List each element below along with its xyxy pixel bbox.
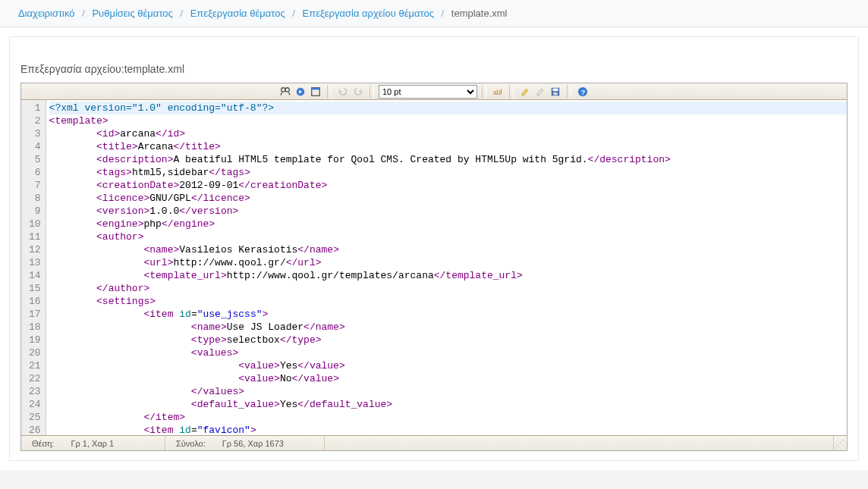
svg-line-2 [281,92,282,95]
fullscreen-icon[interactable] [309,85,322,99]
breadcrumb-sep: / [180,8,183,19]
breadcrumb-sep: / [82,8,85,19]
code-editor: 10 pt ab [20,83,848,451]
find-icon[interactable] [278,85,292,99]
page-title: Επεξεργασία αρχείου:template.xml [20,63,848,75]
svg-point-1 [285,87,289,91]
code-line[interactable]: <type>selectbox</type> [49,334,847,346]
app-root: Διαχειριστικό / Ρυθμίσεις θέματος / Επεξ… [0,0,868,470]
save-icon[interactable] [549,85,562,99]
code-line[interactable]: <item id="favicon"> [49,424,847,435]
code-content[interactable]: <?xml version="1.0" encoding="utf-8"?><t… [46,100,847,435]
code-line[interactable]: <description>A beatiful HTML5 template f… [49,153,847,166]
code-line[interactable]: <default_value>Yes</default_value> [49,398,847,411]
breadcrumb-link[interactable]: Επεξεργασία αρχείου θέματος [303,8,434,19]
svg-line-3 [288,92,290,95]
highlight-icon[interactable] [518,85,532,99]
svg-rect-10 [553,88,558,91]
svg-text:ab: ab [493,88,501,96]
code-line[interactable]: <item id="use_jscss"> [49,308,847,321]
svg-rect-6 [312,87,320,89]
clear-icon[interactable] [533,85,547,99]
code-line[interactable]: <template_url>http://www.qool.gr/templat… [49,269,847,282]
code-line[interactable]: </author> [49,282,847,295]
status-total-value: Γρ 56, Χαρ 1673 [222,439,284,448]
code-line[interactable]: <tags>html5,sidebar</tags> [49,166,847,179]
status-pos-label: Θέση: [32,439,54,448]
code-line[interactable]: <url>http://www.qool.gr/</url> [49,256,847,269]
code-line[interactable]: <name>Vasileios Kerasiotis</name> [49,243,847,256]
code-line[interactable]: <title>Arcana</title> [49,140,847,153]
code-line[interactable]: <template> [49,114,847,127]
code-line[interactable]: <?xml version="1.0" encoding="utf-8"?> [49,102,847,114]
breadcrumb-link[interactable]: Διαχειριστικό [18,8,75,19]
breadcrumb: Διαχειριστικό / Ρυθμίσεις θέματος / Επεξ… [0,0,868,27]
svg-point-0 [281,87,285,91]
code-line[interactable]: <version>1.0.0</version> [49,205,847,218]
code-line[interactable]: <licence>GNU/GPL</licence> [49,192,847,205]
content-inner: Επεξεργασία αρχείου:template.xml [9,36,859,461]
status-total-label: Σύνολο: [176,439,206,448]
breadcrumb-current: template.xml [451,8,508,19]
code-line[interactable]: <creationDate>2012-09-01</creationDate> [49,179,847,192]
code-line[interactable]: <id>arcana</id> [49,127,847,140]
undo-icon[interactable] [336,85,350,99]
resize-grip-icon[interactable]: ⋰ [834,438,847,448]
redo-icon[interactable] [351,85,365,99]
breadcrumb-link[interactable]: Ρυθμίσεις θέματος [92,8,172,19]
help-icon[interactable]: ? [576,85,590,99]
code-line[interactable]: <author> [49,230,847,243]
line-gutter: 1234567891011121314151617181920212223242… [21,100,46,435]
code-line[interactable]: <value>Yes</value> [49,359,847,372]
content-outer: Επεξεργασία αρχείου:template.xml [0,27,868,470]
code-line[interactable]: <engine>php</engine> [49,218,847,230]
wrap-icon[interactable]: ab [491,85,505,99]
font-size-select[interactable]: 10 pt [379,85,477,99]
breadcrumb-sep: / [442,8,445,19]
code-line[interactable]: <settings> [49,295,847,308]
svg-rect-11 [553,92,557,95]
goto-icon[interactable] [294,85,307,99]
status-pos-value: Γρ 1, Χαρ 1 [71,439,114,448]
svg-text:?: ? [580,87,585,96]
code-line[interactable]: </item> [49,411,847,424]
code-line[interactable]: <name>Use JS Loader</name> [49,321,847,334]
code-area[interactable]: 1234567891011121314151617181920212223242… [21,100,847,435]
editor-toolbar: 10 pt ab [21,83,847,100]
code-line[interactable]: </values> [49,385,847,398]
breadcrumb-link[interactable]: Επεξεργασία θέματος [190,8,285,19]
breadcrumb-sep: / [292,8,295,19]
code-line[interactable]: <value>No</value> [49,372,847,385]
status-bar: Θέση: Γρ 1, Χαρ 1 Σύνολο: Γρ 56, Χαρ 167… [21,435,847,450]
code-line[interactable]: <values> [49,346,847,359]
